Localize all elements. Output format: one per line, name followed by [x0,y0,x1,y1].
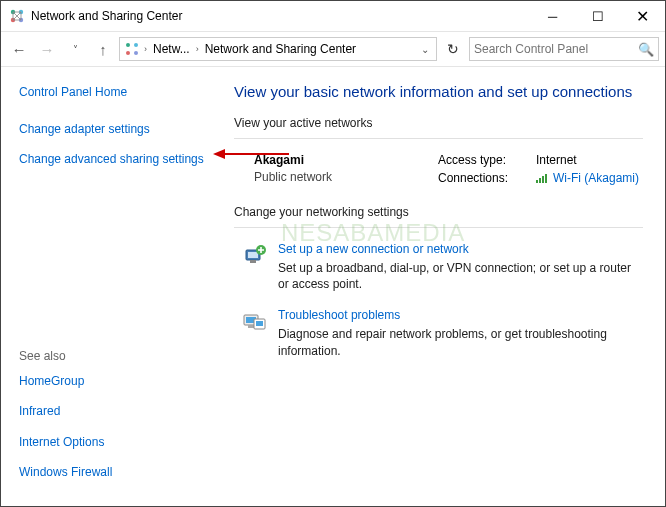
svg-rect-18 [248,325,254,328]
refresh-button[interactable]: ↻ [441,37,465,61]
navigation-bar: ← → ˅ ↑ › Netw... › Network and Sharing … [1,31,665,67]
maximize-button[interactable]: ☐ [575,2,620,31]
wifi-signal-icon [536,173,550,183]
svg-point-4 [126,43,130,47]
search-input[interactable] [474,42,638,56]
setup-connection-desc: Set up a broadband, dial-up, or VPN conn… [278,260,643,292]
svg-point-6 [126,51,130,55]
titlebar: Network and Sharing Center ─ ☐ ✕ [1,1,665,31]
divider [234,227,643,228]
minimize-button[interactable]: ─ [530,2,575,31]
recent-locations-button[interactable]: ˅ [63,37,87,61]
troubleshoot-item[interactable]: Troubleshoot problems Diagnose and repai… [234,308,643,358]
forward-button[interactable]: → [35,37,59,61]
access-type-value: Internet [536,153,577,167]
breadcrumb-current[interactable]: Network and Sharing Center [203,42,358,56]
divider [234,138,643,139]
svg-rect-8 [536,180,538,183]
svg-rect-10 [542,176,544,183]
network-center-icon [124,41,140,57]
connection-link[interactable]: Wi-Fi (Akagami) [536,171,639,185]
access-type-label: Access type: [438,153,526,167]
setup-connection-title: Set up a new connection or network [278,242,643,256]
search-box[interactable]: 🔍 [469,37,659,61]
chevron-right-icon[interactable]: › [194,44,201,54]
troubleshoot-title: Troubleshoot problems [278,308,643,322]
see-also-infrared[interactable]: Infrared [19,403,214,419]
change-adapter-settings-link[interactable]: Change adapter settings [19,121,214,137]
sidebar: Control Panel Home Change adapter settin… [1,67,226,506]
window-title: Network and Sharing Center [31,9,530,23]
see-also-homegroup[interactable]: HomeGroup [19,373,214,389]
setup-connection-icon [240,242,268,270]
connections-label: Connections: [438,171,526,185]
svg-rect-13 [248,252,258,258]
active-networks-label: View your active networks [234,116,643,130]
close-button[interactable]: ✕ [620,2,665,31]
breadcrumb-network[interactable]: Netw... [151,42,192,56]
svg-point-5 [134,43,138,47]
svg-rect-9 [539,178,541,183]
troubleshoot-desc: Diagnose and repair network problems, or… [278,326,643,358]
change-advanced-sharing-link[interactable]: Change advanced sharing settings [19,151,214,167]
change-settings-label: Change your networking settings [234,205,643,219]
control-panel-home-link[interactable]: Control Panel Home [19,85,214,99]
content-pane: View your basic network information and … [226,67,665,506]
address-dropdown[interactable]: ⌄ [418,44,432,55]
see-also-windows-firewall[interactable]: Windows Firewall [19,464,214,480]
see-also-label: See also [19,349,214,363]
back-button[interactable]: ← [7,37,31,61]
svg-rect-14 [250,260,256,263]
chevron-right-icon[interactable]: › [142,44,149,54]
network-name: Akagami [254,153,438,167]
up-button[interactable]: ↑ [91,37,115,61]
svg-rect-11 [545,174,547,183]
troubleshoot-icon [240,308,268,336]
svg-rect-20 [256,321,263,326]
address-bar[interactable]: › Netw... › Network and Sharing Center ⌄ [119,37,437,61]
setup-connection-item[interactable]: Set up a new connection or network Set u… [234,242,643,292]
see-also-internet-options[interactable]: Internet Options [19,434,214,450]
svg-point-7 [134,51,138,55]
active-network-row: Akagami Public network Access type: Inte… [234,153,643,189]
network-center-icon [9,8,25,24]
page-heading: View your basic network information and … [234,83,643,100]
search-icon: 🔍 [638,42,654,57]
network-type: Public network [254,170,438,184]
